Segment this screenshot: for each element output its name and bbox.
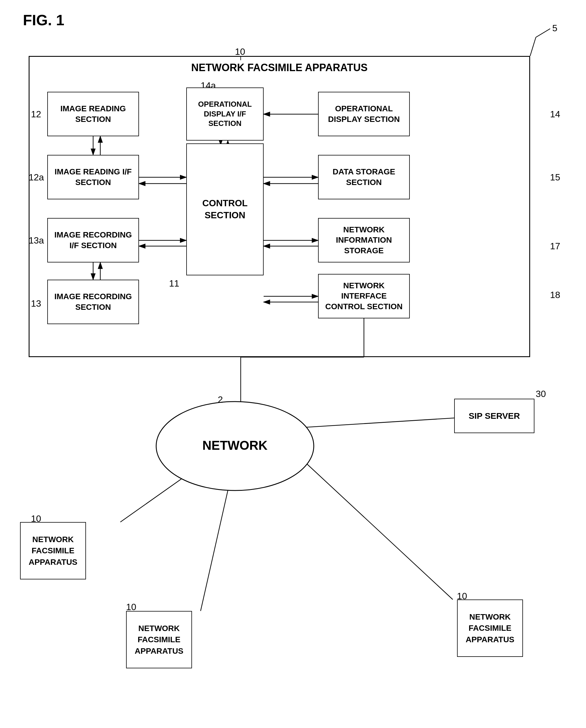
network-info-storage-block: NETWORK INFORMATION STORAGE bbox=[318, 218, 410, 262]
image-recording-section-label: IMAGE RECORDING SECTION bbox=[54, 292, 132, 312]
sip-server-block: SIP SERVER bbox=[454, 399, 534, 433]
svg-text:NETWORK: NETWORK bbox=[202, 438, 268, 452]
figure-label: FIG. 1 bbox=[23, 11, 64, 29]
nfa-right-block: NETWORK FACSIMILE APPARATUS bbox=[457, 600, 523, 657]
image-reading-if-label: IMAGE READING I/F SECTION bbox=[54, 167, 132, 187]
ref-13: 13 bbox=[31, 298, 41, 309]
image-reading-section-label: IMAGE READING SECTION bbox=[60, 104, 126, 125]
nfa-right-label: NETWORK FACSIMILE APPARATUS bbox=[465, 611, 514, 645]
ref-2: 2 bbox=[218, 395, 223, 405]
image-recording-section-block: IMAGE RECORDING SECTION bbox=[47, 280, 139, 324]
op-display-if-label: OPERATIONAL DISPLAY I/F SECTION bbox=[198, 100, 251, 128]
image-recording-if-label: IMAGE RECORDING I/F SECTION bbox=[54, 230, 132, 251]
op-display-if-block: OPERATIONAL DISPLAY I/F SECTION bbox=[186, 87, 264, 141]
image-reading-section-block: IMAGE READING SECTION bbox=[47, 92, 139, 136]
ref-12a: 12a bbox=[29, 172, 44, 183]
network-ellipse: NETWORK bbox=[155, 399, 315, 493]
ref-11: 11 bbox=[169, 278, 179, 289]
nfa-left-block: NETWORK FACSIMILE APPARATUS bbox=[20, 522, 86, 579]
nfa-center-label: NETWORK FACSIMILE APPARATUS bbox=[135, 623, 183, 657]
sip-server-label: SIP SERVER bbox=[469, 410, 520, 422]
ref-10-main: 10 bbox=[235, 47, 245, 57]
op-display-section-label: OPERATIONAL DISPLAY SECTION bbox=[328, 104, 400, 125]
ref-18: 18 bbox=[550, 290, 560, 300]
ref-12: 12 bbox=[31, 109, 41, 120]
op-display-section-block: OPERATIONAL DISPLAY SECTION bbox=[318, 92, 410, 136]
image-recording-if-block: IMAGE RECORDING I/F SECTION bbox=[47, 218, 139, 262]
ref-13a: 13a bbox=[29, 235, 44, 246]
svg-line-27 bbox=[292, 450, 453, 600]
data-storage-block: DATA STORAGE SECTION bbox=[318, 155, 410, 199]
main-apparatus-title: NETWORK FACSIMILE APPARATUS bbox=[29, 62, 530, 74]
network-interface-control-label: NETWORK INTERFACE CONTROL SECTION bbox=[325, 280, 403, 312]
svg-line-29 bbox=[530, 37, 536, 56]
data-storage-label: DATA STORAGE SECTION bbox=[333, 167, 395, 187]
control-section-label: CONTROL SECTION bbox=[202, 197, 247, 221]
ref-10-center: 10 bbox=[126, 602, 136, 612]
control-section-block: CONTROL SECTION bbox=[186, 144, 264, 275]
nfa-center-block: NETWORK FACSIMILE APPARATUS bbox=[126, 611, 192, 668]
ref-10-left: 10 bbox=[31, 513, 41, 524]
ref-14: 14 bbox=[550, 109, 560, 120]
ref-17: 17 bbox=[550, 241, 560, 252]
nfa-left-label: NETWORK FACSIMILE APPARATUS bbox=[29, 534, 77, 568]
svg-line-28 bbox=[536, 29, 550, 37]
ref-5: 5 bbox=[552, 23, 557, 33]
ref-15: 15 bbox=[550, 172, 560, 183]
image-reading-if-block: IMAGE READING I/F SECTION bbox=[47, 155, 139, 199]
network-interface-control-block: NETWORK INTERFACE CONTROL SECTION bbox=[318, 274, 410, 318]
ref-10-right: 10 bbox=[457, 591, 467, 602]
ref-30: 30 bbox=[536, 389, 546, 399]
network-info-storage-label: NETWORK INFORMATION STORAGE bbox=[336, 225, 392, 256]
